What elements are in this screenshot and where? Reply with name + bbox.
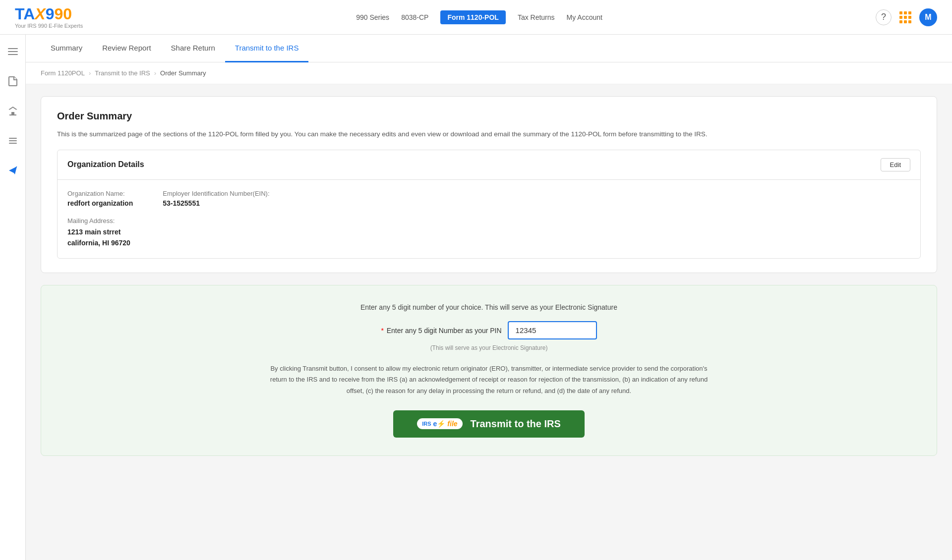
- apps-icon[interactable]: [899, 11, 911, 23]
- nav-form-1120-pol[interactable]: Form 1120-POL: [440, 10, 505, 24]
- sidebar-send-icon[interactable]: [4, 162, 22, 179]
- irs-efile-badge: IRS e⚡ file: [417, 418, 462, 429]
- header: TAX990 Your IRS 990 E-File Experts 990 S…: [0, 0, 952, 35]
- org-row-1: Organization Name: redfort organization …: [67, 190, 910, 207]
- help-icon[interactable]: ?: [876, 9, 892, 25]
- order-summary-title: Order Summary: [57, 111, 921, 122]
- avatar[interactable]: M: [919, 8, 937, 26]
- svg-rect-5: [9, 143, 17, 144]
- pin-label: * Enter any 5 digit Number as your PIN: [381, 327, 501, 335]
- main-content: Summary Review Report Share Return Trans…: [26, 35, 952, 560]
- required-indicator: *: [381, 327, 383, 335]
- logo: TAX990 Your IRS 990 E-File Experts: [15, 6, 83, 29]
- ein-field: Employer Identification Number(EIN): 53-…: [163, 190, 269, 207]
- irs-text: IRS: [422, 421, 431, 427]
- org-section-title: Organization Details: [67, 160, 144, 169]
- sidebar-list-icon[interactable]: [4, 132, 22, 150]
- sidebar-document-icon[interactable]: [4, 72, 22, 90]
- consent-text: By clicking Transmit button, I consent t…: [266, 363, 712, 396]
- logo-subtitle: Your IRS 990 E-File Experts: [15, 23, 83, 29]
- sidebar-menu-icon[interactable]: [4, 43, 22, 60]
- logo-text: TAX990: [15, 6, 72, 22]
- transmit-button[interactable]: IRS e⚡ file Transmit to the IRS: [393, 410, 585, 438]
- sidebar: [0, 35, 26, 560]
- org-name-field: Organization Name: redfort organization: [67, 190, 133, 207]
- tab-summary[interactable]: Summary: [41, 35, 92, 62]
- order-summary-description: This is the summarized page of the secti…: [57, 129, 921, 140]
- edit-button[interactable]: Edit: [881, 158, 910, 171]
- nav-my-account[interactable]: My Account: [567, 13, 602, 21]
- lightning-icon: e⚡: [433, 420, 446, 428]
- mailing-value: 1213 main strret california, HI 96720: [67, 226, 130, 249]
- breadcrumb: Form 1120POL › Transmit to the IRS › Ord…: [26, 62, 952, 84]
- tab-share-return[interactable]: Share Return: [161, 35, 225, 62]
- mailing-line2: california, HI 96720: [67, 239, 130, 247]
- signature-title: Enter any 5 digit number of your choice.…: [61, 303, 917, 311]
- order-summary-card: Order Summary This is the summarized pag…: [41, 96, 937, 273]
- org-name-value: redfort organization: [67, 199, 133, 207]
- breadcrumb-current: Order Summary: [160, 69, 206, 77]
- signature-section: Enter any 5 digit number of your choice.…: [41, 285, 937, 455]
- nav-8038-cp[interactable]: 8038-CP: [401, 13, 428, 21]
- tab-review-report[interactable]: Review Report: [92, 35, 161, 62]
- breadcrumb-transmit[interactable]: Transmit to the IRS: [95, 69, 150, 77]
- mailing-label: Mailing Address:: [67, 217, 130, 224]
- breadcrumb-sep-2: ›: [154, 69, 156, 77]
- pin-hint: (This will serve as your Electronic Sign…: [61, 344, 917, 351]
- mailing-line1: 1213 main strret: [67, 228, 120, 236]
- org-header: Organization Details Edit: [58, 150, 920, 180]
- org-details-section: Organization Details Edit Organization N…: [57, 150, 921, 259]
- svg-rect-3: [9, 138, 17, 139]
- svg-rect-1: [8, 51, 18, 52]
- org-body: Organization Name: redfort organization …: [58, 180, 920, 259]
- transmit-button-label: Transmit to the IRS: [471, 418, 561, 430]
- ein-value: 53-1525551: [163, 199, 269, 207]
- header-icons: ? M: [876, 8, 937, 26]
- breadcrumb-form[interactable]: Form 1120POL: [41, 69, 85, 77]
- svg-rect-2: [8, 54, 18, 55]
- page-content: Order Summary This is the summarized pag…: [26, 84, 952, 560]
- pin-input[interactable]: [508, 321, 597, 339]
- svg-rect-4: [9, 140, 17, 141]
- tab-transmit-to-irs[interactable]: Transmit to the IRS: [225, 35, 309, 62]
- breadcrumb-sep-1: ›: [89, 69, 91, 77]
- nav-tax-returns[interactable]: Tax Returns: [518, 13, 555, 21]
- org-name-label: Organization Name:: [67, 190, 133, 197]
- tab-bar: Summary Review Report Share Return Trans…: [26, 35, 952, 62]
- pin-input-row: * Enter any 5 digit Number as your PIN: [61, 321, 917, 339]
- svg-rect-0: [8, 48, 18, 49]
- header-nav: 990 Series 8038-CP Form 1120-POL Tax Ret…: [356, 10, 602, 24]
- nav-990-series[interactable]: 990 Series: [356, 13, 389, 21]
- ein-label: Employer Identification Number(EIN):: [163, 190, 269, 197]
- efile-text: file: [447, 420, 457, 428]
- org-row-2: Mailing Address: 1213 main strret califo…: [67, 217, 910, 249]
- mailing-field: Mailing Address: 1213 main strret califo…: [67, 217, 130, 249]
- sidebar-building-icon[interactable]: [4, 102, 22, 120]
